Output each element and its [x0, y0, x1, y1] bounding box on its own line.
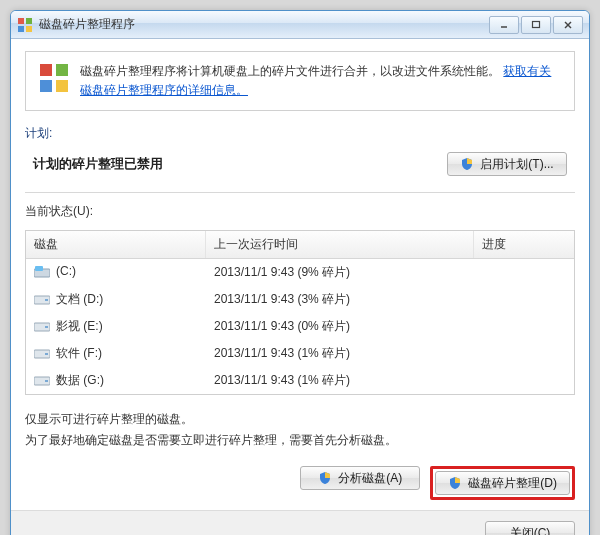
- status-label: 当前状态(U):: [25, 203, 575, 220]
- last-run-cell: 2013/11/1 9:43 (1% 碎片): [206, 367, 474, 394]
- progress-cell: [474, 286, 574, 313]
- defrag-button[interactable]: 磁盘碎片整理(D): [435, 471, 570, 495]
- progress-cell: [474, 367, 574, 394]
- note-line-2: 为了最好地确定磁盘是否需要立即进行碎片整理，需要首先分析磁盘。: [25, 430, 575, 450]
- info-text: 磁盘碎片整理程序将计算机硬盘上的碎片文件进行合并，以改进文件系统性能。: [80, 64, 500, 78]
- drive-icon: [34, 375, 50, 387]
- progress-cell: [474, 313, 574, 340]
- svg-rect-8: [40, 64, 52, 76]
- drive-icon: [34, 294, 50, 306]
- drive-icon: [34, 348, 50, 360]
- defrag-label: 磁盘碎片整理(D): [468, 475, 557, 492]
- svg-rect-5: [533, 21, 540, 27]
- footer: 关闭(C): [11, 510, 589, 535]
- table-row[interactable]: 软件 (F:)2013/11/1 9:43 (1% 碎片): [26, 340, 574, 367]
- svg-rect-13: [35, 266, 43, 271]
- shield-icon: [448, 476, 462, 490]
- progress-cell: [474, 259, 574, 286]
- enable-plan-label: 启用计划(T)...: [480, 156, 553, 173]
- progress-cell: [474, 340, 574, 367]
- window-title: 磁盘碎片整理程序: [39, 16, 487, 33]
- list-body: (C:)2013/11/1 9:43 (9% 碎片)文档 (D:)2013/11…: [26, 259, 574, 394]
- col-last-header[interactable]: 上一次运行时间: [206, 231, 474, 258]
- divider: [25, 192, 575, 193]
- svg-rect-21: [45, 380, 48, 382]
- svg-rect-9: [56, 64, 68, 76]
- notes: 仅显示可进行碎片整理的磁盘。 为了最好地确定磁盘是否需要立即进行碎片整理，需要首…: [25, 409, 575, 450]
- svg-rect-0: [18, 18, 24, 24]
- svg-rect-1: [26, 18, 32, 24]
- shield-icon: [460, 157, 474, 171]
- drive-icon: [34, 321, 50, 333]
- app-icon: [17, 17, 33, 33]
- window-frame: 磁盘碎片整理程序 磁盘碎片整理程序: [10, 10, 590, 535]
- last-run-cell: 2013/11/1 9:43 (3% 碎片): [206, 286, 474, 313]
- defrag-icon: [38, 62, 70, 94]
- drive-cell: 数据 (G:): [26, 367, 206, 394]
- svg-rect-10: [40, 80, 52, 92]
- table-row[interactable]: 数据 (G:)2013/11/1 9:43 (1% 碎片): [26, 367, 574, 394]
- svg-rect-11: [56, 80, 68, 92]
- titlebar[interactable]: 磁盘碎片整理程序: [11, 11, 589, 39]
- last-run-cell: 2013/11/1 9:43 (0% 碎片): [206, 313, 474, 340]
- drive-cell: 文档 (D:): [26, 286, 206, 313]
- close-button[interactable]: [553, 16, 583, 34]
- last-run-cell: 2013/11/1 9:43 (1% 碎片): [206, 340, 474, 367]
- close-label: 关闭(C): [510, 525, 551, 535]
- drive-name: 影视 (E:): [56, 319, 103, 333]
- drive-list[interactable]: 磁盘 上一次运行时间 进度 (C:)2013/11/1 9:43 (9% 碎片)…: [25, 230, 575, 395]
- table-row[interactable]: 影视 (E:)2013/11/1 9:43 (0% 碎片): [26, 313, 574, 340]
- shield-icon: [318, 471, 332, 485]
- drive-name: 数据 (G:): [56, 373, 104, 387]
- table-row[interactable]: (C:)2013/11/1 9:43 (9% 碎片): [26, 259, 574, 286]
- svg-rect-17: [45, 326, 48, 328]
- analyze-button[interactable]: 分析磁盘(A): [300, 466, 420, 490]
- col-disk-header[interactable]: 磁盘: [26, 231, 206, 258]
- highlight-frame: 磁盘碎片整理(D): [430, 466, 575, 500]
- minimize-button[interactable]: [489, 16, 519, 34]
- info-panel: 磁盘碎片整理程序将计算机硬盘上的碎片文件进行合并，以改进文件系统性能。 获取有关…: [25, 51, 575, 111]
- table-row[interactable]: 文档 (D:)2013/11/1 9:43 (3% 碎片): [26, 286, 574, 313]
- drive-name: 软件 (F:): [56, 346, 102, 360]
- note-line-1: 仅显示可进行碎片整理的磁盘。: [25, 409, 575, 429]
- enable-plan-button[interactable]: 启用计划(T)...: [447, 152, 567, 176]
- svg-rect-3: [26, 26, 32, 32]
- plan-status-text: 计划的碎片整理已禁用: [33, 155, 431, 173]
- maximize-button[interactable]: [521, 16, 551, 34]
- analyze-label: 分析磁盘(A): [338, 470, 402, 487]
- close-dialog-button[interactable]: 关闭(C): [485, 521, 575, 535]
- drive-name: (C:): [56, 264, 76, 278]
- system-drive-icon: [34, 266, 50, 278]
- list-header[interactable]: 磁盘 上一次运行时间 进度: [26, 231, 574, 259]
- drive-cell: 软件 (F:): [26, 340, 206, 367]
- drive-cell: 影视 (E:): [26, 313, 206, 340]
- drive-cell: (C:): [26, 259, 206, 286]
- last-run-cell: 2013/11/1 9:43 (9% 碎片): [206, 259, 474, 286]
- col-prog-header[interactable]: 进度: [474, 231, 574, 258]
- svg-rect-19: [45, 353, 48, 355]
- svg-rect-2: [18, 26, 24, 32]
- svg-rect-15: [45, 299, 48, 301]
- plan-label: 计划:: [25, 125, 575, 142]
- drive-name: 文档 (D:): [56, 292, 103, 306]
